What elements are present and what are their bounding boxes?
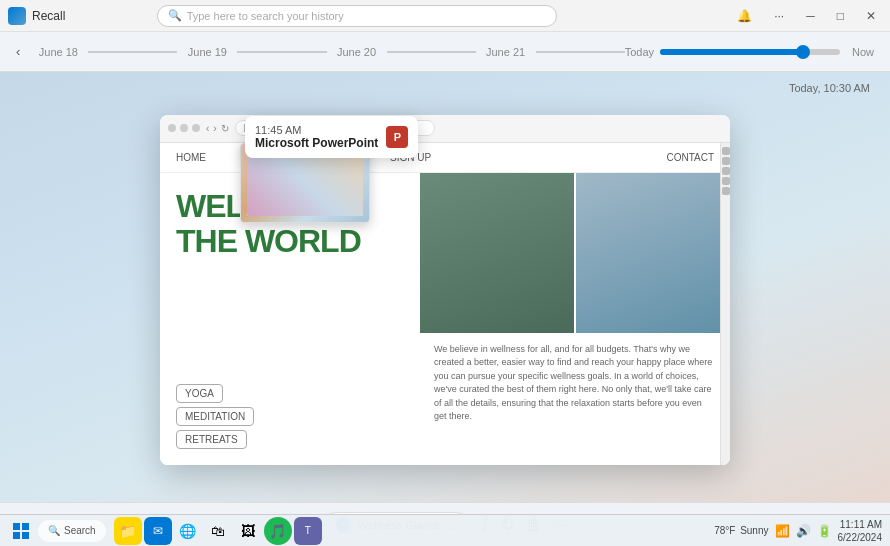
temperature: 78°F — [714, 525, 735, 536]
browser-dot-3 — [192, 124, 200, 132]
site-hero-right: We believe in wellness for all, and for … — [420, 173, 730, 465]
clock-time: 11:11 AM — [838, 518, 883, 531]
powerpoint-icon: P — [386, 126, 408, 148]
timeline-segment — [88, 51, 177, 53]
system-tray: 78°F Sunny 📶 🔊 🔋 11:11 AM 6/22/2024 — [714, 518, 882, 544]
app-tooltip: 11:45 AM Microsoft PowerPoint P — [245, 116, 418, 158]
browser-window: ‹ › ↻ https://wellnessglance.com — [160, 115, 730, 465]
refresh-button[interactable]: ↻ — [221, 123, 229, 134]
notification-icon[interactable]: 🔔 — [731, 7, 758, 25]
browser-dots — [168, 124, 200, 132]
close-button[interactable]: ✕ — [860, 7, 882, 25]
hero-image-2 — [574, 173, 730, 333]
taskbar-app-icons: 📁 ✉ 🌐 🛍 🖼 🎵 T — [114, 517, 322, 545]
timeline-progress-fill — [660, 49, 800, 55]
volume-icon[interactable]: 🔊 — [796, 524, 811, 538]
search-icon: 🔍 — [168, 9, 182, 22]
minimize-button[interactable]: ─ — [800, 7, 821, 25]
timeline-bar: ‹ June 18 June 19 June 20 June 21 Today … — [0, 32, 890, 72]
tag-retreats[interactable]: RETREATS — [176, 430, 247, 449]
nav-contact[interactable]: CONTACT — [666, 152, 714, 163]
session-timestamp: Today, 10:30 AM — [789, 82, 870, 94]
clock-date: 6/22/2024 — [838, 531, 883, 544]
tag-yoga[interactable]: YOGA — [176, 384, 223, 403]
windows-logo-icon — [13, 523, 29, 539]
timeline-segment — [536, 51, 625, 53]
timeline-today-area: Today Now — [625, 46, 874, 58]
site-hero-images — [420, 173, 730, 333]
title-bar: Recall 🔍 Type here to search your histor… — [0, 0, 890, 32]
title-bar-controls: 🔔 ··· ─ □ ✕ — [731, 7, 882, 25]
site-description: We believe in wellness for all, and for … — [420, 333, 730, 434]
scroll-icon-4 — [722, 177, 730, 185]
timeline-segment — [387, 51, 476, 53]
timeline-back-button[interactable]: ‹ — [16, 44, 20, 59]
nav-home[interactable]: HOME — [176, 152, 206, 163]
browser-nav: ‹ › ↻ — [206, 123, 229, 134]
timeline-date-june19[interactable]: June 19 — [177, 46, 237, 58]
recall-app: Recall 🔍 Type here to search your histor… — [0, 0, 890, 546]
taskbar-search-icon: 🔍 — [48, 525, 60, 536]
timeline-segment — [237, 51, 326, 53]
app-title: Recall — [32, 9, 65, 23]
hero-image-1 — [420, 173, 574, 333]
timeline-date-june18[interactable]: June 18 — [28, 46, 88, 58]
tooltip-time: 11:45 AM — [255, 124, 378, 136]
timeline-scrubber[interactable] — [796, 45, 810, 59]
store-icon[interactable]: 🛍 — [204, 517, 232, 545]
tooltip-app-name: Microsoft PowerPoint — [255, 136, 378, 150]
scroll-icon-3 — [722, 167, 730, 175]
browser-dot-2 — [180, 124, 188, 132]
file-explorer-icon[interactable]: 📁 — [114, 517, 142, 545]
system-clock[interactable]: 11:11 AM 6/22/2024 — [838, 518, 883, 544]
scroll-icon-1 — [722, 147, 730, 155]
back-button[interactable]: ‹ — [206, 123, 209, 134]
site-tags: YOGA MEDITATION RETREATS — [176, 384, 404, 449]
main-content: 11:45 AM Microsoft PowerPoint P ‹ › ↻ — [0, 72, 890, 502]
tooltip-info: 11:45 AM Microsoft PowerPoint — [255, 124, 378, 150]
taskbar-search-label: Search — [64, 525, 96, 536]
wifi-icon[interactable]: 📶 — [775, 524, 790, 538]
browser-dot-1 — [168, 124, 176, 132]
timeline-date-june21[interactable]: June 21 — [476, 46, 536, 58]
browser-scrollbar[interactable] — [720, 143, 730, 465]
teams-icon[interactable]: T — [294, 517, 322, 545]
timeline-date-june20[interactable]: June 20 — [327, 46, 387, 58]
search-placeholder: Type here to search your history — [187, 10, 344, 22]
scroll-icon-5 — [722, 187, 730, 195]
edge-icon[interactable]: 🌐 — [174, 517, 202, 545]
battery-icon[interactable]: 🔋 — [817, 524, 832, 538]
hero-title-line2: THE WORLD — [176, 224, 404, 259]
ppt-slide — [247, 149, 362, 215]
windows-search[interactable]: 🔍 Search — [38, 520, 106, 542]
timeline-now-label: Now — [852, 46, 874, 58]
timeline-today-label: Today — [625, 46, 654, 58]
more-options-icon[interactable]: ··· — [768, 7, 790, 25]
timeline-progress-bar[interactable] — [660, 49, 840, 55]
windows-taskbar: 🔍 Search 📁 ✉ 🌐 🛍 🖼 🎵 T 78°F Sunny 📶 🔊 🔋 … — [0, 514, 890, 546]
history-search-bar[interactable]: 🔍 Type here to search your history — [157, 5, 557, 27]
title-bar-left: Recall — [8, 7, 65, 25]
tag-meditation[interactable]: MEDITATION — [176, 407, 254, 426]
weather-condition: Sunny — [740, 525, 768, 536]
ppt-slide-content — [247, 149, 362, 215]
forward-button[interactable]: › — [213, 123, 216, 134]
recall-app-icon — [8, 7, 26, 25]
scroll-icon-2 — [722, 157, 730, 165]
maximize-button[interactable]: □ — [831, 7, 850, 25]
weather-info: 78°F Sunny — [714, 525, 768, 536]
start-button[interactable] — [8, 518, 34, 544]
photos-icon[interactable]: 🖼 — [234, 517, 262, 545]
spotify-icon[interactable]: 🎵 — [264, 517, 292, 545]
mail-icon[interactable]: ✉ — [144, 517, 172, 545]
